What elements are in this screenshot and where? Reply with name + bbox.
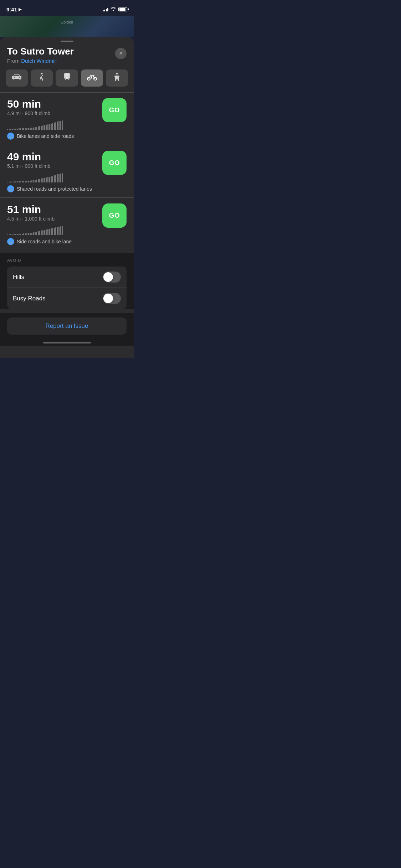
route-type-3: 🚲 Side roads and bike lane [7,238,77,245]
close-icon: × [119,51,122,56]
battery-icon [118,7,127,11]
route-type-label-1: Bike lanes and side roads [17,133,74,139]
tab-bike[interactable] [81,69,103,87]
svg-point-6 [116,73,118,74]
report-issue-label: Report an Issue [45,322,88,329]
avoid-busy-roads-label: Busy Roads [13,295,46,302]
route-details-3: 4.5 mi · 1,000 ft climb [7,216,77,222]
svg-point-3 [68,78,68,78]
avoid-row-hills: Hills [7,267,127,288]
destination-title: To Sutro Tower [7,46,74,57]
avoid-hills-label: Hills [13,274,24,281]
go-button-2[interactable]: GO [102,151,127,175]
avoid-card: Hills Busy Roads [7,267,127,309]
hills-toggle[interactable] [103,272,121,283]
time-display: 9:41 [6,6,17,12]
go-label-2: GO [109,159,120,167]
sheet-handle[interactable] [0,37,134,44]
destination-from: From Dutch Windmill [7,58,74,64]
handle-bar [61,41,73,42]
avoid-section: AVOID Hills Busy Roads [0,253,134,309]
wifi-icon [110,7,116,12]
location-icon: ▶ [19,7,21,12]
avoid-row-busy-roads: Busy Roads [7,288,127,309]
home-indicator [0,339,134,346]
svg-point-2 [65,78,66,78]
side-road-icon: 🚲 [7,238,14,245]
route-card-1: 50 min 4.9 mi · 900 ft climb 🚲 Bike lane… [0,92,134,145]
rideshare-icon [114,73,120,83]
from-link[interactable]: Dutch Windmill [21,58,57,64]
svg-point-0 [41,73,43,74]
route-time-2: 49 min [7,151,92,162]
destination-info: To Sutro Tower From Dutch Windmill [7,46,74,64]
transit-icon [63,73,71,83]
sheet-header: To Sutro Tower From Dutch Windmill × [0,44,134,69]
tab-rideshare[interactable] [106,69,128,87]
route-info-2: 49 min 5.1 mi · 900 ft climb 🚲 Shared ro… [7,151,92,192]
bike-lane-icon: 🚲 [7,133,14,140]
route-main-2: 49 min 5.1 mi · 900 ft climb 🚲 Shared ro… [7,151,127,192]
tab-transit[interactable] [56,69,78,87]
route-card-2: 49 min 5.1 mi · 900 ft climb 🚲 Shared ro… [0,145,134,197]
route-details-2: 5.1 mi · 900 ft climb [7,163,92,169]
go-button-1[interactable]: GO [102,98,127,122]
shared-road-icon: 🚲 [7,185,14,192]
car-icon [12,74,21,82]
route-time-3: 51 min [7,203,77,215]
busy-roads-toggle[interactable] [103,293,121,304]
tab-walk[interactable] [31,69,53,87]
status-icons [103,7,128,12]
close-button[interactable]: × [115,48,127,59]
route-info-1: 50 min 4.9 mi · 900 ft climb 🚲 Bike lane… [7,98,77,140]
signal-icon [103,7,109,11]
route-details-1: 4.9 mi · 900 ft climb [7,110,77,116]
map-label: Golden [61,20,73,24]
go-label-1: GO [109,106,120,114]
route-type-label-3: Side roads and bike lane [17,239,72,244]
elevation-chart-1 [7,120,77,130]
status-time: 9:41 ▶ [6,6,21,12]
bike-icon [87,73,97,82]
toggle-thumb-hills [103,272,113,282]
report-issue-card[interactable]: Report an Issue [7,317,127,335]
from-prefix: From [7,58,21,64]
avoid-title: AVOID [7,258,127,263]
elevation-chart-2 [7,172,92,182]
transport-tabs [0,69,134,92]
route-time-1: 50 min [7,98,77,110]
report-section: Report an Issue [0,313,134,339]
walk-icon [38,73,45,83]
route-type-label-2: Shared roads and protected lanes [17,186,92,192]
route-main-3: 51 min 4.5 mi · 1,000 ft climb 🚲 Side ro… [7,203,127,245]
tab-drive[interactable] [6,69,28,87]
route-type-1: 🚲 Bike lanes and side roads [7,133,77,140]
route-card-3: 51 min 4.5 mi · 1,000 ft climb 🚲 Side ro… [0,197,134,250]
toggle-thumb-busy-roads [103,294,113,303]
home-bar [43,342,91,343]
status-bar: 9:41 ▶ [0,0,134,16]
route-sheet: To Sutro Tower From Dutch Windmill × [0,37,134,358]
go-button-3[interactable]: GO [102,203,127,228]
route-type-2: 🚲 Shared roads and protected lanes [7,185,92,192]
elevation-chart-3 [7,225,77,235]
route-main-1: 50 min 4.9 mi · 900 ft climb 🚲 Bike lane… [7,98,127,140]
map-background: Golden [0,16,134,37]
route-info-3: 51 min 4.5 mi · 1,000 ft climb 🚲 Side ro… [7,203,77,245]
go-label-3: GO [109,212,120,219]
